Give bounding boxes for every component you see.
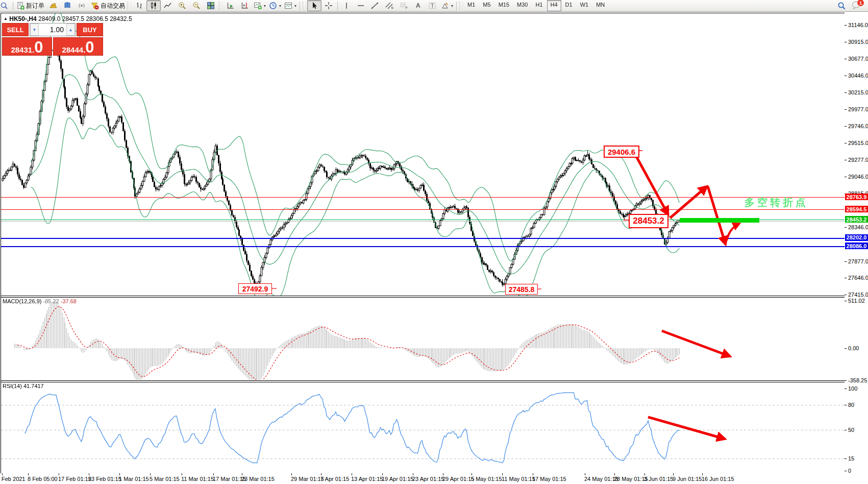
toolbar-grip — [128, 2, 131, 10]
axis-tick — [845, 389, 847, 389]
time-tick-label: 24 May 01:15 — [584, 476, 618, 482]
volume-increase-button[interactable]: ▲ — [66, 23, 75, 36]
new-order-button[interactable]: 新订单 — [15, 0, 46, 11]
new-chart-button[interactable]: ▾ — [252, 0, 267, 11]
axis-tick — [845, 458, 847, 459]
timeframe-m5[interactable]: M5 — [479, 0, 494, 11]
horizontal-line-tool-icon[interactable] — [354, 0, 368, 11]
price-label-object[interactable]: 27492.9 — [238, 283, 272, 294]
timeframe-m15[interactable]: M15 — [495, 0, 513, 11]
chart-canvas[interactable] — [0, 0, 868, 484]
time-tick-label: 13 Apr 01:15 — [351, 476, 383, 482]
gold-bar-icon[interactable] — [46, 0, 60, 11]
time-tick — [28, 473, 29, 475]
cropped-chart-icon[interactable] — [0, 0, 11, 11]
sell-price[interactable]: 28431.0 — [2, 37, 52, 56]
timeframe-m1[interactable]: M1 — [464, 0, 479, 11]
time-tick — [182, 473, 182, 475]
macd-scale-label: 511.02 — [848, 298, 865, 304]
separator — [300, 2, 300, 10]
price-axis[interactable]: 31146.030915.030677.030446.030215.029977… — [845, 13, 868, 473]
crosshair-tool-icon[interactable] — [321, 0, 336, 11]
horizontal-line-object[interactable] — [1, 238, 845, 239]
price-tick-label: 30677.0 — [848, 56, 868, 62]
horizontal-line-object[interactable] — [1, 197, 845, 198]
price-tick-label: 30215.0 — [848, 89, 868, 95]
green-highlight-bar[interactable] — [680, 218, 759, 223]
zoom-out-icon[interactable] — [189, 0, 204, 11]
volume-value[interactable]: 1.00 — [39, 23, 66, 36]
candlestick-mode-icon[interactable] — [146, 0, 161, 11]
vertical-line-tool-icon[interactable] — [339, 0, 354, 11]
price-label-object[interactable]: 29406.6 — [604, 146, 639, 158]
buy-price[interactable]: 28444.0 — [53, 37, 103, 56]
template-button[interactable]: ▾ — [283, 0, 298, 11]
text-tool-icon[interactable]: A — [411, 0, 425, 11]
time-tick — [150, 473, 151, 475]
chart-note-text[interactable]: 多空转折点 — [745, 196, 808, 209]
line-chart-mode-icon[interactable] — [161, 0, 175, 11]
notification-badge: 1 — [857, 0, 864, 6]
price-tick-label: 27415.0 — [848, 292, 868, 298]
timeframe-group: M1M5M15M30H1H4D1W1MN — [464, 0, 608, 11]
time-tick — [502, 473, 503, 475]
time-tick-label: 11 May 01:15 — [502, 476, 535, 482]
price-tick-label: 30446.0 — [848, 72, 868, 79]
price-label-object[interactable]: 27485.8 — [505, 284, 538, 295]
cursor-tool-icon[interactable] — [307, 0, 321, 11]
auto-trading-button[interactable]: 自动交易 — [89, 0, 127, 11]
buy-button[interactable]: BUY — [77, 23, 103, 36]
chart-shift-icon[interactable] — [238, 0, 252, 11]
period-button[interactable]: ▾ — [267, 0, 283, 11]
axis-tick — [845, 301, 847, 301]
axis-tick — [845, 295, 847, 295]
time-tick — [2, 473, 3, 475]
time-tick — [89, 473, 89, 475]
mt4-terminal: 新订单 自动交易 — [0, 0, 868, 484]
time-tick — [213, 473, 214, 475]
notifications-button[interactable]: 1 — [852, 1, 863, 11]
price-line-badge: 28594.5 — [845, 206, 868, 212]
volume-decrease-button[interactable]: ▼ — [30, 23, 39, 36]
timeframe-h1[interactable]: H1 — [532, 0, 546, 11]
axis-tick — [845, 160, 847, 160]
time-tick-label: 17 May 01:15 — [532, 476, 566, 482]
price-label-object[interactable]: 28453.2 — [629, 214, 668, 228]
search-icon[interactable] — [834, 0, 849, 11]
fibonacci-tool-icon[interactable]: F — [396, 0, 411, 11]
time-tick-label: 28 May 01:15 — [614, 476, 648, 482]
time-tick-label: 7 Apr 01:15 — [320, 476, 349, 482]
trendline-tool-icon[interactable] — [368, 0, 382, 11]
timeframe-d1[interactable]: D1 — [562, 0, 576, 11]
volume-stepper[interactable]: ▼ 1.00 ▲ — [30, 23, 76, 36]
bar-chart-mode-icon[interactable] — [132, 0, 146, 11]
text-label-tool-icon[interactable]: T — [425, 0, 439, 11]
rsi-scale-label: 15 — [848, 455, 854, 462]
axis-tick — [845, 25, 847, 26]
timeframe-m30[interactable]: M30 — [513, 0, 531, 11]
zoom-in-icon[interactable] — [175, 0, 189, 11]
time-tick-label: 5 May 01:15 — [471, 476, 502, 482]
signal-icon[interactable] — [75, 0, 89, 11]
time-tick — [702, 473, 703, 475]
time-axis[interactable]: Feb 20218 Feb 05:0017 Feb 01:1523 Feb 01… — [0, 473, 868, 484]
market-watch-icon[interactable] — [60, 0, 75, 11]
time-tick-label: 23 Apr 01:15 — [412, 476, 444, 482]
shapes-tool-button[interactable]: ▾ — [439, 0, 455, 11]
price-tick-label: 29515.0 — [848, 140, 868, 146]
new-order-label: 新订单 — [26, 2, 44, 10]
sell-button[interactable]: SELL — [2, 23, 29, 36]
channel-tool-icon[interactable]: E — [382, 0, 396, 11]
symbol-period: HK50-,H4 — [9, 15, 36, 22]
auto-scroll-icon[interactable] — [224, 0, 238, 11]
rsi-scale-label: 50 — [848, 427, 854, 433]
horizontal-line-object[interactable] — [1, 246, 845, 247]
macd-main-value: -85.22 — [43, 298, 59, 304]
horizontal-line-object[interactable] — [1, 209, 845, 210]
timeframe-h4[interactable]: H4 — [547, 0, 561, 11]
separator — [13, 2, 13, 10]
timeframe-mn[interactable]: MN — [592, 0, 608, 11]
tile-windows-icon[interactable] — [204, 0, 218, 11]
axis-tick — [845, 59, 847, 59]
timeframe-w1[interactable]: W1 — [577, 0, 592, 11]
